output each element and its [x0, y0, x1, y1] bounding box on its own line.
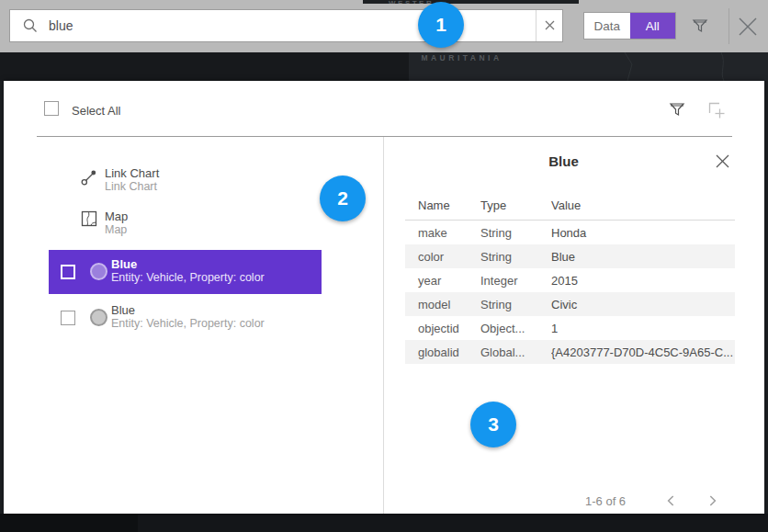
select-all-label: Select All [72, 104, 120, 118]
result-subtitle: Map [105, 223, 128, 237]
table-row: color String Blue [405, 244, 735, 268]
chevron-right-icon [704, 492, 720, 509]
map-item-icon [81, 210, 97, 231]
map-label-western-sahara: WESTER [389, 0, 579, 4]
cell-name: model [418, 298, 480, 311]
cell-value: Civic [551, 298, 735, 311]
list-detail-divider [383, 137, 384, 514]
cell-name: make [418, 226, 480, 240]
column-header-name: Name [418, 198, 450, 212]
filter-icon[interactable] [690, 16, 710, 36]
cell-name: objectid [418, 322, 480, 335]
close-icon [715, 153, 730, 169]
result-item-map[interactable]: Map Map [105, 209, 128, 237]
map-top-edge: WESTER [363, 0, 579, 4]
entity-dot-icon [90, 263, 107, 280]
cell-value: 2015 [551, 274, 735, 288]
search-scope-toggle: Data All [583, 12, 676, 40]
scope-option-all[interactable]: All [630, 13, 676, 39]
result-checkbox[interactable] [61, 311, 75, 325]
map-bottom-shading [0, 514, 138, 532]
callout-2: 2 [320, 175, 366, 221]
cell-type: Object... [480, 322, 551, 335]
search-results-panel: Select All Link Chart L [4, 81, 764, 514]
map-border-lines [514, 52, 762, 81]
entity-dot-icon [90, 309, 107, 326]
detail-title: Blue [405, 153, 722, 169]
result-item-link-chart[interactable]: Link Chart Link Chart [105, 166, 159, 194]
map-country-shading [0, 52, 409, 81]
cell-type: Global... [480, 345, 551, 359]
cell-type: String [480, 226, 551, 240]
chevron-left-icon [663, 492, 680, 509]
cell-type: String [480, 250, 551, 264]
column-header-type: Type [480, 198, 506, 212]
search-toolbar: Data All [0, 0, 768, 52]
cell-type: Integer [480, 274, 551, 288]
cell-value: 1 [551, 322, 735, 335]
toolbar-divider [728, 8, 729, 44]
pagination-label: 1-6 of 6 [585, 494, 626, 508]
callout-3: 3 [470, 402, 516, 447]
scope-option-data[interactable]: Data [584, 13, 630, 39]
cell-type: String [480, 298, 551, 311]
cell-value: Blue [551, 250, 735, 264]
pagination-next-button[interactable] [704, 492, 720, 509]
cell-value: {A4203777-D70D-4C5C-9A65-C... [551, 345, 735, 359]
cell-name: year [418, 274, 480, 288]
result-item-blue-selected[interactable]: Blue Entity: Vehicle, Property: color [49, 250, 322, 294]
result-subtitle: Entity: Vehicle, Property: color [111, 271, 265, 285]
attribute-table: make String Honda color String Blue year… [405, 221, 735, 364]
add-selection-icon[interactable] [706, 99, 726, 119]
table-row: year Integer 2015 [405, 268, 735, 292]
clear-icon [545, 17, 555, 34]
detail-close-button[interactable] [715, 153, 730, 169]
result-item-blue[interactable]: Blue Entity: Vehicle, Property: color [49, 296, 322, 340]
table-row: globalid Global... {A4203777-D70D-4C5C-9… [405, 340, 735, 364]
cell-name: globalid [418, 345, 480, 359]
result-subtitle: Entity: Vehicle, Property: color [111, 317, 265, 331]
select-all-checkbox[interactable] [44, 101, 59, 116]
result-subtitle: Link Chart [105, 180, 159, 194]
table-row: model String Civic [405, 292, 735, 316]
close-search-button[interactable] [736, 15, 760, 39]
result-checkbox[interactable] [61, 265, 75, 279]
table-row: make String Honda [405, 221, 735, 244]
column-header-value: Value [551, 198, 581, 212]
clear-search-button[interactable] [536, 10, 562, 41]
cell-name: color [418, 250, 480, 264]
callout-1: 1 [418, 2, 464, 48]
map-label-mauritania: MAURITANIA [404, 53, 519, 62]
close-icon [736, 15, 760, 39]
table-row: objectid Object... 1 [405, 316, 735, 340]
app-screen: MAURITANIA Data All [0, 0, 768, 532]
link-chart-icon [80, 168, 98, 190]
result-title: Map [105, 209, 128, 223]
pagination-prev-button[interactable] [663, 492, 680, 509]
result-title: Blue [111, 303, 265, 317]
panel-header-divider [37, 136, 732, 137]
search-icon [22, 17, 39, 38]
search-box [9, 9, 563, 42]
cell-value: Honda [551, 226, 735, 240]
result-title: Link Chart [105, 166, 159, 180]
results-filter-icon[interactable] [668, 100, 686, 119]
result-title: Blue [111, 257, 265, 271]
